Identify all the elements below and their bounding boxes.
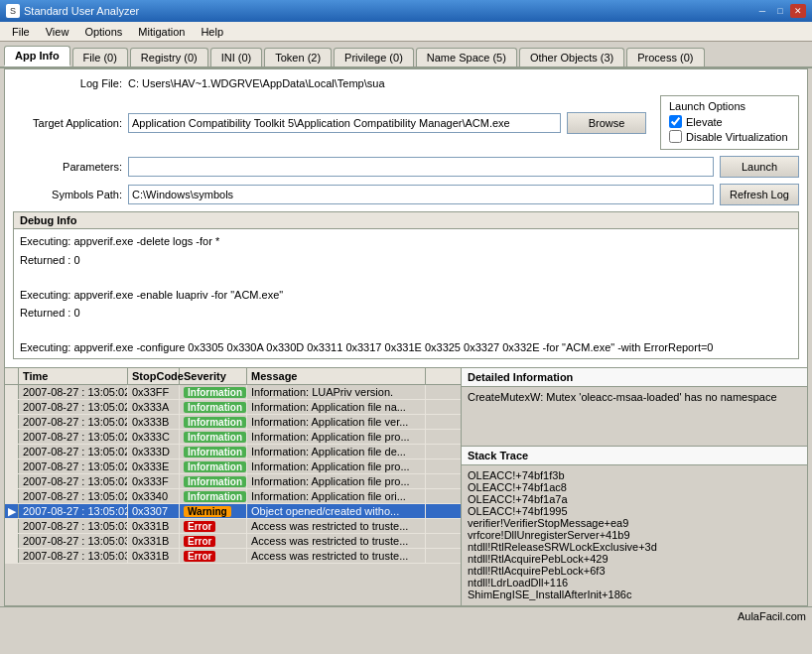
target-app-label: Target Application: (13, 117, 122, 129)
tab-file[interactable]: File (0) (72, 48, 128, 66)
elevate-row: Elevate (669, 115, 790, 128)
target-app-row: Target Application: Browse Launch Option… (13, 95, 799, 150)
elevate-checkbox[interactable] (669, 115, 682, 128)
table-row[interactable]: 2007-08-27 : 13:05:03 0x331B Error Acces… (5, 534, 461, 549)
debug-content: Executing: appverif.exe -delete logs -fo… (14, 229, 798, 358)
launch-options-title: Launch Options (669, 100, 790, 112)
debug-line-1: Returned : 0 (20, 252, 792, 269)
symbols-path-row: Symbols Path: Refresh Log (13, 184, 799, 205)
minimize-button[interactable]: ─ (754, 4, 770, 18)
stack-line: OLEACC!+74bf1995 (468, 505, 801, 517)
debug-line-5: Returned : 0 (20, 358, 792, 359)
main-content: Log File: C: Users\HAV~1.WDGRVE\AppData\… (4, 68, 808, 368)
menu-mitigation[interactable]: Mitigation (130, 24, 193, 40)
stack-line: OLEACC!+74bf1a7a (468, 493, 801, 505)
disable-virt-checkbox[interactable] (669, 130, 682, 143)
menu-file[interactable]: File (4, 24, 38, 40)
table-row[interactable]: 2007-08-27 : 13:05:02 0x333C Information… (5, 430, 461, 445)
stack-trace-content: OLEACC!+74bf1f3b OLEACC!+74bf1ac8 OLEACC… (462, 465, 807, 605)
elevate-label: Elevate (686, 116, 723, 128)
window-controls: ─ □ ✕ (754, 4, 806, 18)
table-row[interactable]: 2007-08-27 : 13:05:02 0x333A Information… (5, 400, 461, 415)
debug-line-2: Executing: appverif.exe -enable luapriv … (20, 287, 792, 304)
app-icon: S (6, 4, 20, 18)
stack-line: verifier!VerifierStopMessage+ea9 (468, 517, 801, 529)
debug-section: Debug Info Executing: appverif.exe -dele… (13, 211, 799, 359)
tab-app-info[interactable]: App Info (4, 46, 70, 66)
tab-registry[interactable]: Registry (0) (130, 48, 208, 66)
title-bar: S Standard User Analyzer ─ □ ✕ (0, 0, 812, 22)
table-header: Time StopCode Severity Message (5, 368, 461, 385)
parameters-label: Parameters: (13, 161, 122, 173)
stack-line: ShimEngISE_InstallAfterInit+186c (468, 589, 801, 600)
col-message: Message (247, 368, 426, 384)
disable-virt-row: Disable Virtualization (669, 130, 790, 143)
stack-line: ntdll!RtlAcquirePebLock+429 (468, 553, 801, 565)
brand-text: AulaFacil.com (738, 610, 806, 622)
debug-line-3: Returned : 0 (20, 305, 792, 322)
detailed-info-content: CreateMutexW: Mutex 'oleacc-msaa-loaded'… (462, 387, 807, 447)
maximize-button[interactable]: □ (772, 4, 788, 18)
menu-view[interactable]: View (38, 24, 77, 40)
col-time: Time (19, 368, 128, 384)
menu-bar: File View Options Mitigation Help (0, 22, 812, 42)
stack-line: ntdll!LdrLoadDll+116 (468, 577, 801, 589)
menu-help[interactable]: Help (193, 24, 231, 40)
debug-line-4: Executing: appverif.exe -configure 0x330… (20, 339, 792, 356)
tab-strip: App Info File (0) Registry (0) INI (0) T… (0, 42, 812, 68)
parameters-row: Parameters: Launch (13, 156, 799, 178)
debug-line-0: Executing: appverif.exe -delete logs -fo… (20, 233, 792, 250)
table-row[interactable]: 2007-08-27 : 13:05:02 0x333B Information… (5, 415, 461, 430)
table-row[interactable]: 2007-08-27 : 13:05:03 0x331B Error Acces… (5, 519, 461, 534)
table-row[interactable]: 2007-08-27 : 13:05:02 0x33FF Information… (5, 385, 461, 400)
browse-button[interactable]: Browse (567, 112, 646, 134)
status-bar: AulaFacil.com (0, 606, 812, 624)
info-panel: Detailed Information CreateMutexW: Mutex… (462, 368, 807, 605)
refresh-log-button[interactable]: Refresh Log (720, 184, 799, 205)
tab-other-objects[interactable]: Other Objects (3) (519, 48, 624, 66)
stack-line: ntdll!RtlAcquirePebLock+6f3 (468, 565, 801, 577)
log-file-row: Log File: C: Users\HAV~1.WDGRVE\AppData\… (13, 77, 799, 89)
debug-title: Debug Info (14, 212, 798, 229)
target-app-input[interactable] (128, 113, 561, 133)
detailed-info-title: Detailed Information (462, 368, 807, 387)
table-row[interactable]: 2007-08-27 : 13:05:02 0x333D Information… (5, 445, 461, 459)
disable-virt-label: Disable Virtualization (686, 131, 788, 143)
log-file-value: C: Users\HAV~1.WDGRVE\AppData\Local\Temp… (128, 77, 385, 89)
stack-line: ntdll!RtlReleaseSRWLockExclusive+3d (468, 541, 801, 553)
launch-options: Launch Options Elevate Disable Virtualiz… (660, 95, 799, 150)
parameters-input[interactable] (128, 157, 714, 177)
close-button[interactable]: ✕ (790, 4, 806, 18)
title-bar-text: Standard User Analyzer (24, 5, 139, 17)
stack-line: OLEACC!+74bf1ac8 (468, 481, 801, 493)
tab-namespace[interactable]: Name Space (5) (416, 48, 517, 66)
table-row-selected[interactable]: ▶ 2007-08-27 : 13:05:02 0x3307 Warning O… (5, 504, 461, 519)
tab-token[interactable]: Token (2) (264, 48, 332, 66)
tab-ini[interactable]: INI (0) (210, 48, 263, 66)
bottom-split: Time StopCode Severity Message 2007-08-2… (4, 368, 808, 606)
menu-options[interactable]: Options (76, 24, 130, 40)
stack-line: vrfcore!DllUnregisterServer+41b9 (468, 529, 801, 541)
table-panel: Time StopCode Severity Message 2007-08-2… (5, 368, 462, 605)
col-severity: Severity (180, 368, 247, 384)
table-row[interactable]: 2007-08-27 : 13:05:02 0x3340 Information… (5, 489, 461, 504)
stack-line: OLEACC!+74bf1f3b (468, 469, 801, 481)
table-body: 2007-08-27 : 13:05:02 0x33FF Information… (5, 385, 461, 605)
log-file-label: Log File: (13, 77, 122, 89)
table-row[interactable]: 2007-08-27 : 13:05:03 0x331B Error Acces… (5, 549, 461, 564)
symbols-path-input[interactable] (128, 185, 714, 204)
launch-button[interactable]: Launch (720, 156, 799, 178)
stack-trace-title: Stack Trace (462, 447, 807, 465)
tab-privilege[interactable]: Privilege (0) (334, 48, 414, 66)
symbols-path-label: Symbols Path: (13, 189, 122, 200)
table-row[interactable]: 2007-08-27 : 13:05:02 0x333F Information… (5, 474, 461, 489)
tab-process[interactable]: Process (0) (626, 48, 704, 66)
table-row[interactable]: 2007-08-27 : 13:05:02 0x333E Information… (5, 459, 461, 474)
col-stopcode: StopCode (128, 368, 180, 384)
